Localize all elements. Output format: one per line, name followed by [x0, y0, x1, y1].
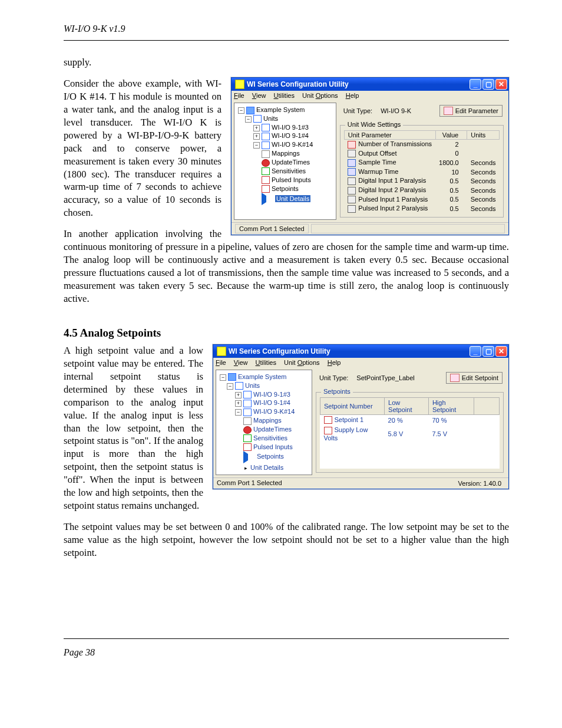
maximize-button[interactable]: ▢ — [482, 79, 494, 90]
status-comm-port: Comm Port 1 Selected — [217, 479, 282, 487]
tree-root[interactable]: Example System — [256, 106, 305, 113]
col-parameter[interactable]: Unit Parameter — [344, 130, 435, 139]
table-row[interactable]: Warmup Time10Seconds — [344, 167, 499, 177]
col-low-setpoint[interactable]: Low Setpoint — [385, 397, 429, 414]
menu-file[interactable]: File — [234, 92, 244, 99]
tree-sensitivities[interactable]: Sensitivities — [272, 167, 306, 174]
edit-icon — [450, 374, 459, 382]
tree-setpoints[interactable]: Setpoints — [272, 185, 299, 192]
tree-mappings[interactable]: Mappings — [272, 150, 300, 157]
menu-help[interactable]: Help — [346, 92, 359, 99]
status-comm-port: Comm Port 1 Selected — [235, 224, 309, 233]
menu-view[interactable]: View — [252, 92, 266, 99]
tree-unit-details[interactable]: Unit Details — [250, 464, 283, 471]
unit-type-label: Unit Type: — [343, 107, 372, 114]
table-row[interactable]: Supply Low Volts5.8 V7.5 V — [320, 425, 500, 443]
tree-view[interactable]: −Example System −Units +WI-I/O 9-1#3 +WI… — [216, 370, 312, 475]
setpoints-table: Setpoint Number Low Setpoint High Setpoi… — [320, 397, 500, 469]
menu-file[interactable]: File — [216, 359, 226, 366]
window-title: WI Series Configuration Utility — [229, 347, 330, 355]
table-row[interactable]: Digital Input 1 Paralysis0.5Seconds — [344, 176, 499, 186]
unit-details-icon — [262, 193, 273, 205]
menubar: File View Utilities Unit Options Help — [213, 358, 508, 367]
table-row[interactable]: Number of Transmissions2 — [344, 139, 499, 149]
mappings-icon — [243, 417, 252, 425]
setpoint-icon — [324, 427, 332, 434]
tree-pulsed-inputs[interactable]: Pulsed Inputs — [272, 176, 311, 183]
tree-units[interactable]: Units — [263, 115, 278, 122]
table-row[interactable]: Output Offset0 — [344, 149, 499, 159]
close-button[interactable]: ✕ — [495, 346, 507, 357]
menu-unit-options[interactable]: Unit Options — [284, 359, 320, 366]
col-high-setpoint[interactable]: High Setpoint — [428, 397, 474, 414]
tree-node[interactable]: WI-I/O 9-K#14 — [272, 141, 313, 148]
param-icon — [348, 187, 356, 195]
section-heading: 4.5 Analog Setpoints — [64, 327, 509, 340]
table-row[interactable]: Digital Input 2 Paralysis0.5Seconds — [344, 186, 499, 195]
menu-help[interactable]: Help — [328, 359, 341, 366]
menu-unit-options[interactable]: Unit Options — [302, 92, 338, 99]
tree-sensitivities[interactable]: Sensitivities — [253, 434, 287, 442]
menu-view[interactable]: View — [234, 359, 248, 366]
setpoints-icon — [243, 451, 255, 463]
menu-utilities[interactable]: Utilities — [274, 92, 295, 99]
mappings-icon — [262, 150, 270, 158]
statusbar: Comm Port 1 Selected Version: 1.40.0 — [213, 477, 508, 489]
tree-update-times[interactable]: UpdateTimes — [272, 159, 310, 166]
edit-parameter-label: Edit Parameter — [455, 107, 498, 114]
setpoints-group: Setpoints Setpoint Number Low Setpoint H… — [316, 392, 504, 473]
edit-setpoint-button[interactable]: Edit Setpoint — [446, 372, 503, 384]
col-value[interactable]: Value — [435, 130, 467, 139]
tree-view[interactable]: −Example System −Units +WI-I/O 9-1#3 +WI… — [234, 103, 336, 220]
col-setpoint-number[interactable]: Setpoint Number — [320, 397, 385, 414]
config-utility-window-1: WI Series Configuration Utility _ ▢ ✕ Fi… — [231, 77, 509, 235]
tree-node[interactable]: WI-I/O 9-K#14 — [253, 408, 295, 415]
param-icon — [348, 150, 356, 157]
update-times-icon — [243, 426, 252, 434]
titlebar[interactable]: WI Series Configuration Utility _ ▢ ✕ — [232, 78, 508, 91]
tree-unit-details[interactable]: Unit Details — [275, 195, 310, 202]
tree-mappings[interactable]: Mappings — [253, 417, 282, 424]
edit-icon — [444, 107, 453, 115]
setpoints-icon — [262, 185, 270, 193]
pulsed-inputs-icon — [243, 443, 252, 451]
tree-update-times[interactable]: UpdateTimes — [253, 426, 292, 433]
tree-node[interactable]: WI-I/O 9-1#4 — [253, 399, 290, 406]
statusbar: Comm Port 1 Selected — [232, 222, 508, 235]
update-times-icon — [262, 159, 270, 167]
edit-parameter-button[interactable]: Edit Parameter — [439, 105, 503, 117]
tree-node[interactable]: WI-I/O 9-1#3 — [253, 391, 290, 398]
menu-utilities[interactable]: Utilities — [256, 359, 276, 366]
tree-units[interactable]: Units — [245, 382, 260, 389]
table-row[interactable]: Setpoint 120 %70 % — [320, 414, 500, 425]
unit-wide-settings-group: Unit Wide Settings Unit Parameter Value … — [340, 125, 504, 218]
sensitivities-icon — [262, 167, 270, 175]
col-units[interactable]: Units — [467, 130, 500, 139]
window-title: WI Series Configuration Utility — [247, 80, 349, 88]
titlebar[interactable]: WI Series Configuration Utility _ ▢ ✕ — [213, 345, 508, 358]
param-icon — [348, 196, 356, 203]
unit-type-value: SetPointType_Label — [356, 374, 414, 381]
maximize-button[interactable]: ▢ — [482, 346, 494, 357]
minimize-button[interactable]: _ — [470, 346, 481, 357]
minimize-button[interactable]: _ — [470, 79, 481, 90]
tree-pulsed-inputs[interactable]: Pulsed Inputs — [253, 443, 293, 450]
body-text: The setpoint values may be set between 0… — [64, 521, 509, 559]
tree-root[interactable]: Example System — [238, 373, 287, 380]
tree-setpoints[interactable]: Setpoints — [257, 453, 284, 460]
menubar: File View Utilities Unit Options Help — [232, 91, 508, 100]
unit-type-value: WI-I/O 9-K — [381, 107, 411, 114]
close-button[interactable]: ✕ — [495, 79, 507, 90]
config-utility-window-2: WI Series Configuration Utility _ ▢ ✕ Fi… — [213, 344, 509, 489]
table-row[interactable]: Pulsed Input 2 Paralysis0.5Seconds — [344, 204, 499, 213]
body-text: In another application involving the con… — [64, 228, 509, 305]
table-row[interactable]: Sample Time1800.0Seconds — [344, 158, 499, 167]
tree-node[interactable]: WI-I/O 9-1#4 — [272, 132, 309, 139]
tree-node[interactable]: WI-I/O 9-1#3 — [272, 124, 309, 131]
page-footer: Page 38 — [64, 638, 509, 658]
right-pane: Unit Type: SetPointType_Label Edit Setpo… — [316, 370, 506, 475]
param-icon — [348, 177, 356, 185]
param-icon — [348, 168, 356, 176]
unit-type-label: Unit Type: — [319, 374, 348, 381]
table-row[interactable]: Pulsed Input 1 Paralysis0.5Seconds — [344, 195, 499, 205]
